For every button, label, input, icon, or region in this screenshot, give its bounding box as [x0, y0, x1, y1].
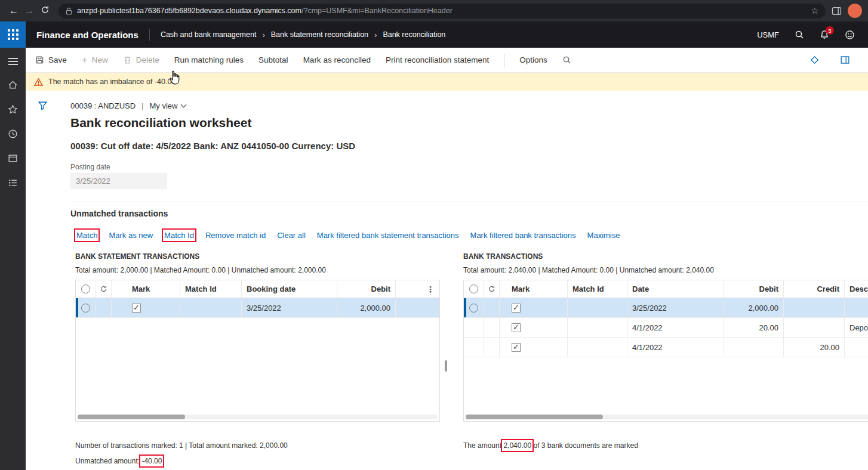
refresh-grid-icon[interactable] [484, 280, 500, 298]
options-tab[interactable]: Options [519, 55, 547, 64]
cell-match-id [568, 338, 627, 357]
browser-sidebar-icon[interactable] [832, 6, 842, 16]
cell-date: 4/1/2022 [627, 338, 724, 357]
record-header: 00039 : ANDZUSD | My view [70, 101, 186, 110]
run-matching-rules-button[interactable]: Run matching rules [174, 55, 244, 64]
cell-credit [784, 318, 845, 337]
column-header-mark[interactable]: Mark [112, 280, 180, 298]
mark-filtered-statement-link[interactable]: Mark filtered bank statement transaction… [317, 231, 459, 240]
favorites-star-icon[interactable] [8, 104, 18, 115]
subtotal-button[interactable]: Subtotal [258, 55, 288, 64]
cell-description [845, 298, 868, 317]
divider: | [141, 101, 143, 110]
notifications-bell-icon[interactable]: 3 [820, 30, 829, 39]
bank-statement-transactions-grid: Mark Match Id Booking date Debit ⋮ 3/25/… [75, 280, 440, 422]
match-link[interactable]: Match [76, 231, 97, 240]
app-header: Finance and Operations Cash and bank man… [0, 21, 868, 48]
column-header-debit[interactable]: Debit [724, 280, 784, 298]
table-row[interactable]: 4/1/2022 20.00 [464, 338, 868, 357]
column-header-debit[interactable]: Debit [337, 280, 396, 298]
browser-chrome: ← → anzpd-publictest1ba76367d5fb6892bdev… [0, 0, 868, 21]
workspaces-icon[interactable] [8, 153, 18, 163]
print-reconciliation-statement-button[interactable]: Print reconciliation statement [386, 55, 489, 64]
browser-back-icon[interactable]: ← [6, 5, 21, 16]
toolbar-search-icon[interactable] [562, 55, 571, 64]
table-row[interactable]: 3/25/2022 2,000.00 [464, 298, 868, 318]
cell-credit [784, 298, 845, 317]
breadcrumb-area[interactable]: Bank statement reconciliation [271, 30, 368, 39]
filter-funnel-icon[interactable] [38, 100, 48, 113]
mark-checkbox[interactable] [512, 343, 521, 352]
column-header-match-id[interactable]: Match Id [180, 280, 242, 298]
new-button[interactable]: + New [82, 55, 108, 64]
mark-checkbox[interactable] [512, 323, 521, 332]
attachments-icon[interactable] [809, 55, 820, 65]
horizontal-scrollbar[interactable] [466, 415, 868, 419]
column-header-date[interactable]: Date [627, 280, 724, 298]
refresh-grid-icon[interactable] [96, 280, 112, 298]
hamburger-menu-icon[interactable] [8, 56, 18, 67]
save-button[interactable]: Save [35, 55, 67, 64]
left-grid-summary: Total amount: 2,000.00 | Matched Amount:… [75, 266, 440, 274]
cell-description [845, 338, 868, 357]
cell-match-id [568, 318, 627, 337]
right-grid-title: BANK TRANSACTIONS [463, 252, 868, 261]
cell-match-id [180, 298, 242, 317]
table-row[interactable]: 4/1/2022 20.00 Deposit [464, 318, 868, 338]
panel-splitter-handle[interactable] [445, 360, 447, 372]
browser-address-bar[interactable]: anzpd-publictest1ba76367d5fb6892bdevaos.… [59, 4, 826, 18]
mark-filtered-bank-link[interactable]: Mark filtered bank transactions [470, 231, 576, 240]
browser-forward-icon[interactable]: → [21, 5, 37, 16]
maximise-link[interactable]: Maximise [587, 231, 620, 240]
header-divider [149, 29, 150, 41]
bookmark-star-icon[interactable]: ☆ [811, 6, 818, 16]
column-header-description[interactable]: Description [845, 280, 868, 298]
app-name[interactable]: Finance and Operations [26, 30, 149, 40]
select-all-radio[interactable] [81, 285, 90, 293]
column-header-credit[interactable]: Credit [784, 280, 845, 298]
horizontal-scrollbar[interactable] [78, 415, 438, 419]
cell-debit: 2,000.00 [724, 298, 784, 317]
breadcrumb-module[interactable]: Cash and bank management [161, 30, 257, 39]
modules-list-icon[interactable] [8, 178, 18, 188]
bank-transactions-grid: Mark Match Id Date Debit Credit Descript… [463, 280, 868, 422]
cell-credit: 20.00 [784, 338, 845, 357]
grid-action-links: Match Mark as new Match Id Remove match … [76, 231, 620, 240]
mark-checkbox[interactable] [512, 304, 521, 313]
section-title-unmatched-transactions[interactable]: Unmatched transactions [70, 209, 168, 218]
row-select-radio[interactable] [469, 304, 478, 313]
column-header-booking-date[interactable]: Booking date [242, 280, 337, 298]
home-icon[interactable] [8, 80, 18, 90]
select-all-radio[interactable] [469, 285, 478, 293]
remove-match-id-link[interactable]: Remove match id [205, 231, 266, 240]
delete-button[interactable]: Delete [123, 55, 159, 64]
open-panel-icon[interactable] [840, 55, 850, 65]
feedback-smiley-icon[interactable] [845, 30, 855, 40]
search-icon[interactable] [795, 30, 804, 39]
action-pane: Save + New Delete Run matching rules Sub… [26, 48, 868, 73]
browser-refresh-icon[interactable] [37, 5, 53, 17]
toolbar-divider [504, 54, 504, 67]
app-launcher-waffle-icon[interactable] [0, 21, 26, 48]
cell-date: 4/1/2022 [627, 318, 724, 337]
company-picker[interactable]: USMF [757, 30, 779, 39]
breadcrumb: Cash and bank management › Bank statemen… [161, 30, 445, 39]
row-select-radio[interactable] [81, 304, 90, 313]
match-id-link[interactable]: Match Id [164, 231, 194, 240]
column-header-mark[interactable]: Mark [500, 280, 568, 298]
cell-date: 3/25/2022 [627, 298, 724, 317]
browser-profile-avatar[interactable] [848, 4, 862, 18]
posting-date-field[interactable] [70, 173, 167, 189]
mark-checkbox[interactable] [132, 304, 141, 313]
mark-as-reconciled-button[interactable]: Mark as reconciled [303, 55, 371, 64]
mark-as-new-link[interactable]: Mark as new [109, 231, 153, 240]
left-grid-title: BANK STATEMENT TRANSACTIONS [75, 252, 440, 261]
view-selector[interactable]: My view [150, 101, 186, 110]
table-row[interactable]: 3/25/2022 2,000.00 [76, 298, 439, 318]
breadcrumb-page[interactable]: Bank reconciliation [383, 30, 445, 39]
recent-clock-icon[interactable] [8, 129, 18, 139]
clear-all-link[interactable]: Clear all [277, 231, 306, 240]
more-options-icon[interactable]: ⋮ [426, 285, 435, 294]
column-header-match-id[interactable]: Match Id [568, 280, 627, 298]
bank-transactions-panel: BANK TRANSACTIONS Total amount: 2,040.00… [463, 252, 868, 422]
